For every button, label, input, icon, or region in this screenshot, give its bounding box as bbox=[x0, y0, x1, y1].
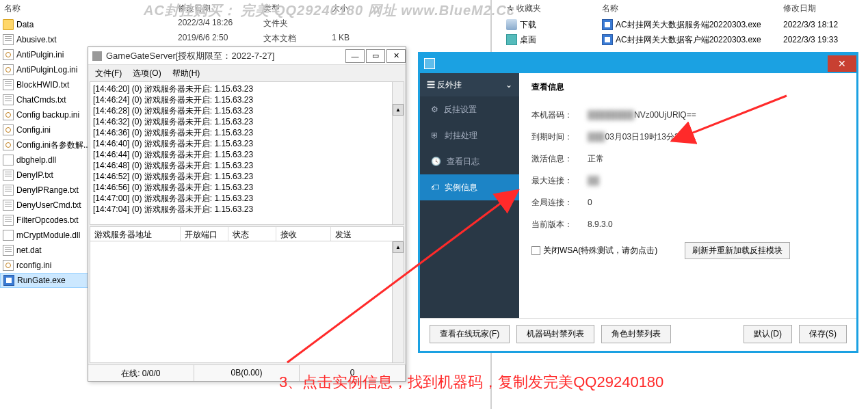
file-name: dbghelp.dll bbox=[16, 155, 56, 165]
file-icon bbox=[3, 275, 14, 286]
file-name: net.dat bbox=[16, 246, 42, 255]
close-button[interactable]: ✕ bbox=[386, 49, 406, 63]
file-icon bbox=[3, 79, 14, 90]
status-online: 在线: 0/0/0 bbox=[88, 365, 194, 381]
annotation-text: 3、点击实例信息，找到机器码，复制发完美QQ29240180 bbox=[279, 372, 663, 393]
file-icon bbox=[3, 19, 14, 30]
file-item[interactable]: Abusive.txt bbox=[0, 32, 178, 47]
file-name: ChatCmds.txt bbox=[16, 95, 66, 105]
menu-help[interactable]: 帮助(H) bbox=[168, 66, 205, 81]
menu-option[interactable]: 选项(O) bbox=[129, 66, 165, 81]
file-row[interactable]: 下载AC封挂网关大数据服务端20220303.exe2022/3/3 18:12 bbox=[506, 17, 862, 32]
file-item[interactable]: Data bbox=[0, 17, 178, 32]
label-expire: 到期时间： bbox=[531, 131, 588, 143]
value-globconn: 0 bbox=[588, 198, 592, 207]
checkbox-close-wsa[interactable]: 关闭WSA(特殊测试，请勿点击) bbox=[531, 245, 657, 256]
nav-label: 查看日志 bbox=[447, 156, 479, 168]
col-size[interactable]: 大小 bbox=[332, 3, 373, 14]
section-title: 查看信息 bbox=[531, 81, 844, 93]
th-state[interactable]: 状态 bbox=[228, 227, 276, 241]
file-icon bbox=[3, 94, 14, 105]
value-expire: 03月03日19时13分32秒 bbox=[605, 131, 692, 143]
config-main: 查看信息 本机器码：████████NVz00UjURlQ== 到期时间：███… bbox=[519, 73, 856, 318]
scroll-up-icon[interactable]: ▲ bbox=[393, 241, 404, 253]
col-date[interactable]: 修改日期 bbox=[178, 3, 263, 14]
file-name: BlockHWID.txt bbox=[16, 80, 69, 90]
file-icon bbox=[3, 155, 14, 165]
sidebar-item-1[interactable]: ⛨封挂处理 bbox=[420, 122, 519, 148]
reload-button[interactable]: 刷新并重新加载反挂模块 bbox=[685, 242, 790, 259]
file-name: Data bbox=[16, 20, 34, 29]
window-title: GameGateServer[授权期限至：2022-7-27] bbox=[106, 50, 344, 62]
title-bar[interactable]: GameGateServer[授权期限至：2022-7-27] — ▭ ✕ bbox=[88, 47, 406, 65]
menu-file[interactable]: 文件(F) bbox=[91, 66, 126, 81]
file-icon bbox=[3, 230, 14, 241]
col-type[interactable]: 类型 bbox=[263, 3, 332, 14]
value-version: 8.9.3.0 bbox=[588, 220, 613, 229]
file-icon bbox=[3, 140, 14, 150]
file-icon bbox=[3, 185, 14, 196]
config-footer: 查看在线玩家(F) 机器码封禁列表 角色封禁列表 默认(D) 保存(S) bbox=[420, 318, 856, 349]
title-bar[interactable]: ✕ bbox=[420, 54, 856, 73]
file-icon bbox=[3, 245, 14, 256]
th-port[interactable]: 开放端口 bbox=[181, 227, 228, 241]
default-button[interactable]: 默认(D) bbox=[744, 325, 792, 343]
minimize-button[interactable]: — bbox=[345, 49, 365, 63]
scrollbar[interactable]: ▲ bbox=[392, 241, 404, 362]
table-header: 游戏服务器地址 开放端口 状态 接收 发送 bbox=[90, 226, 404, 241]
value-active: 正常 bbox=[588, 153, 604, 165]
sidebar-item-2[interactable]: 🕓查看日志 bbox=[420, 148, 519, 174]
file-row[interactable]: 桌面AC封挂网关大数据客户端20220303.exe2022/3/3 19:33 bbox=[506, 32, 862, 47]
gamegate-window: GameGateServer[授权期限至：2022-7-27] — ▭ ✕ 文件… bbox=[88, 47, 406, 382]
view-online-button[interactable]: 查看在线玩家(F) bbox=[430, 325, 510, 343]
file-name: FilterOpcodes.txt bbox=[16, 215, 79, 225]
col-name[interactable]: 名称 bbox=[4, 3, 93, 14]
exe-icon bbox=[602, 34, 613, 45]
save-button[interactable]: 保存(S) bbox=[799, 325, 847, 343]
menu-bar: 文件(F) 选项(O) 帮助(H) bbox=[88, 65, 406, 81]
nav-icon: 🕓 bbox=[431, 157, 441, 166]
file-name: mCryptModule.dll bbox=[16, 230, 80, 240]
th-send[interactable]: 发送 bbox=[331, 227, 404, 241]
folder-icon bbox=[506, 34, 517, 45]
th-recv[interactable]: 接收 bbox=[276, 227, 331, 241]
label-active: 激活信息： bbox=[531, 153, 588, 165]
exe-icon bbox=[602, 19, 613, 30]
th-address[interactable]: 游戏服务器地址 bbox=[90, 227, 181, 241]
right-file-panel: ★ 收藏夹 名称 修改日期 下载AC封挂网关大数据服务端20220303.exe… bbox=[506, 0, 862, 47]
config-window: ✕ ☰ 反外挂 ⌄ ⚙反挂设置⛨封挂处理🕓查看日志🏷实例信息 查看信息 本机器码… bbox=[418, 52, 858, 353]
col-date[interactable]: 修改日期 bbox=[783, 3, 852, 14]
file-name: Config backup.ini bbox=[16, 110, 79, 120]
nav-label: 封挂处理 bbox=[445, 130, 477, 142]
sidebar-item-0[interactable]: ⚙反挂设置 bbox=[420, 96, 519, 122]
sidebar-nav: ☰ 反外挂 ⌄ ⚙反挂设置⛨封挂处理🕓查看日志🏷实例信息 bbox=[420, 73, 519, 318]
machine-ban-button[interactable]: 机器码封禁列表 bbox=[516, 325, 594, 343]
file-name: DenyUserCmd.txt bbox=[16, 200, 81, 210]
value-machine: NVz00UjURlQ== bbox=[634, 110, 696, 120]
nav-icon: ⛨ bbox=[431, 131, 439, 140]
scroll-up-icon[interactable]: ▲ bbox=[393, 104, 404, 116]
close-button[interactable]: ✕ bbox=[828, 55, 856, 72]
app-icon bbox=[92, 51, 102, 61]
col-name[interactable]: 名称 bbox=[602, 3, 783, 14]
col-favorites[interactable]: ★ 收藏夹 bbox=[506, 3, 602, 14]
file-icon bbox=[3, 49, 14, 60]
label-maxconn: 最大连接： bbox=[531, 175, 588, 187]
maximize-button[interactable]: ▭ bbox=[366, 49, 385, 63]
nav-label: 反挂设置 bbox=[444, 104, 477, 116]
scrollbar[interactable]: ▲ bbox=[392, 82, 404, 224]
chevron-down-icon: ⌄ bbox=[505, 80, 512, 90]
label-globconn: 全局连接： bbox=[531, 197, 588, 209]
file-icon bbox=[3, 34, 14, 45]
app-icon bbox=[424, 58, 435, 69]
nav-header[interactable]: ☰ 反外挂 ⌄ bbox=[420, 73, 519, 96]
log-textarea[interactable]: [14:46:20] (0) 游戏服务器未开启: 1.15.63.23 [14:… bbox=[90, 81, 404, 225]
label-version: 当前版本： bbox=[531, 219, 588, 230]
sidebar-item-3[interactable]: 🏷实例信息 bbox=[420, 174, 519, 200]
table-body: ▲ bbox=[90, 241, 404, 363]
file-name: DenyIPRange.txt bbox=[16, 185, 79, 195]
mid-columns: 修改日期 类型 大小 bbox=[178, 0, 373, 17]
file-icon bbox=[3, 109, 14, 120]
file-name: RunGate.exe bbox=[17, 276, 66, 285]
role-ban-button[interactable]: 角色封禁列表 bbox=[601, 325, 671, 343]
